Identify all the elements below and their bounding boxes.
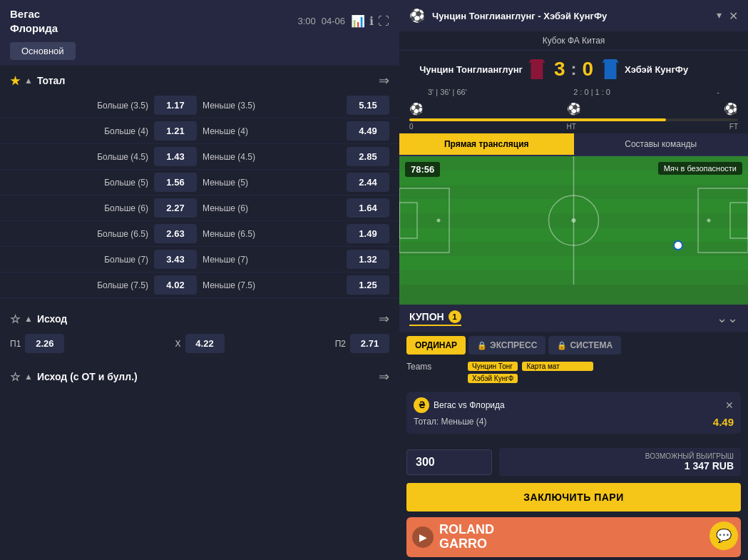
right-panel: ⚽ Чунцин Тонглианглунг - Хэбэй КунгФу ▾ … <box>399 0 748 560</box>
outcome-p2-label: П2 <box>335 339 346 349</box>
outcome-label: Исход <box>37 313 67 325</box>
left-odds-5[interactable]: 2.27 <box>154 198 197 218</box>
outcome-action-icon[interactable]: ⇒ <box>379 311 389 327</box>
match-time: 3:00 <box>297 16 315 26</box>
section-outcome-ot-header: ☆ ▲ Исход (с ОТ и булл.) ⇒ <box>0 362 399 389</box>
info-icon[interactable]: ℹ <box>369 14 374 28</box>
expand-outcome-icon[interactable]: ▲ <box>24 314 33 324</box>
coupon-title[interactable]: КУПОН 1 <box>409 310 461 326</box>
right-label-4: Меньше (5) <box>197 178 347 188</box>
team1-chip: Чунцин Тонг <box>468 362 518 371</box>
teams-header-label: Teams <box>406 362 463 385</box>
right-odds-6[interactable]: 1.49 <box>347 224 389 243</box>
odds-row-6: Больше (6.5) 2.63 Меньше (6.5) 1.49 <box>0 221 399 247</box>
outcome-p2-btn[interactable]: 2.71 <box>350 334 389 353</box>
star-icon-outcome[interactable]: ☆ <box>10 312 20 326</box>
progress-icons: ⚽ ⚽ ⚽ <box>409 102 738 116</box>
outcome-x-btn[interactable]: 4.22 <box>185 334 225 353</box>
left-label-3: Больше (4.5) <box>10 152 154 162</box>
team2-area: Хэбэй КунгФу <box>602 59 738 79</box>
play-icon[interactable]: ▶ <box>412 526 434 548</box>
total-action-icon[interactable]: ⇒ <box>379 73 389 88</box>
possible-win-box: ВОЗМОЖНЫЙ ВЫИГРЫШ 1 347 RUB <box>499 448 741 476</box>
left-odds-7[interactable]: 3.43 <box>154 250 197 269</box>
expand-total-icon[interactable]: ▲ <box>24 76 33 86</box>
nav-lineup-btn[interactable]: Составы команды <box>574 133 749 155</box>
left-label-4: Больше (5) <box>10 178 154 188</box>
right-odds-5[interactable]: 1.64 <box>347 198 389 218</box>
tab-main[interactable]: Основной <box>10 42 76 60</box>
score-display: 3 : 0 <box>554 58 593 81</box>
nav-tabs: Основной <box>0 42 399 66</box>
coupon-badge: 1 <box>449 310 461 323</box>
left-label-7: Больше (7) <box>10 255 154 265</box>
roland-text: ROLAND GARRO <box>439 523 494 551</box>
right-odds-8[interactable]: 1.25 <box>347 275 389 295</box>
team2-shirt <box>602 59 619 79</box>
match-time-bar: 3' | 36' | 66' 2 : 0 | 1 : 0 - <box>399 85 748 99</box>
nav-live-btn[interactable]: Прямая трансляция <box>399 133 574 155</box>
bet-item-1: ₴ Вегас vs Флорида ✕ Тотал: Меньше (4) 4… <box>406 392 741 434</box>
right-match-name: Чунцин Тонглианглунг - Хэбэй КунгФу <box>432 11 607 21</box>
star-icon-outcome-ot[interactable]: ☆ <box>10 370 20 384</box>
bet-item-header: ₴ Вегас vs Флорида ✕ <box>414 397 734 413</box>
stats-icon[interactable]: 📊 <box>351 14 365 28</box>
chevron-down-icon[interactable]: ▾ <box>717 9 722 23</box>
ball-status-text: Мяч в безопасности <box>664 164 737 173</box>
left-odds-6[interactable]: 2.63 <box>154 224 197 243</box>
top-bar-controls: ▾ ✕ <box>717 9 738 23</box>
progress-labels: 0 НТ FT <box>409 123 738 131</box>
fullscreen-icon[interactable]: ⛶ <box>378 15 389 28</box>
odds-rows: Больше (3.5) 1.17 Меньше (3.5) 5.15 Боль… <box>0 93 399 298</box>
outcome-ot-action-icon[interactable]: ⇒ <box>379 369 389 385</box>
right-odds-7[interactable]: 1.32 <box>347 250 389 269</box>
left-odds-2[interactable]: 1.21 <box>154 121 197 141</box>
coupon-bar: КУПОН 1 ⌄⌄ <box>399 305 748 332</box>
bet-tab-system[interactable]: 🔒 СИСТЕМА <box>548 336 621 355</box>
left-odds-4[interactable]: 1.56 <box>154 173 197 192</box>
left-odds-3[interactable]: 1.43 <box>154 147 197 166</box>
coin-icon: ₴ <box>414 397 429 413</box>
outcome-p1-btn[interactable]: 2.26 <box>25 334 64 353</box>
teams-section: Teams Чунцин Тонг Хэбэй КунгФ Карта мат <box>399 359 748 386</box>
confirm-bet-button[interactable]: ЗАКЛЮЧИТЬ ПАРИ <box>406 483 741 511</box>
left-odds-1[interactable]: 1.17 <box>154 96 197 115</box>
team-chips: Чунцин Тонг Хэбэй КунгФ <box>468 362 518 385</box>
coupon-expand-icon[interactable]: ⌄⌄ <box>717 310 738 326</box>
left-panel: Вегас Флорида 3:00 04-06 📊 ℹ ⛶ Основной … <box>0 0 399 560</box>
right-odds-4[interactable]: 2.44 <box>347 173 389 192</box>
right-odds-1[interactable]: 5.15 <box>347 96 389 115</box>
score1: 3 <box>554 58 565 81</box>
star-icon[interactable]: ★ <box>10 74 20 88</box>
odds-row-2: Больше (4) 1.21 Меньше (4) 4.49 <box>0 118 399 144</box>
team2-name: Хэбэй КунгФу <box>625 64 738 75</box>
bet-selection-text: Тотал: Меньше (4) <box>414 417 487 427</box>
close-match-icon[interactable]: ✕ <box>729 9 738 23</box>
right-odds-3[interactable]: 2.85 <box>347 147 389 166</box>
left-odds-8[interactable]: 4.02 <box>154 275 197 295</box>
bet-odds-value: 4.49 <box>713 416 734 428</box>
field-svg <box>399 156 748 285</box>
right-odds-2[interactable]: 4.49 <box>347 121 389 141</box>
match-nav: Прямая трансляция Составы команды <box>399 133 748 156</box>
match-date: 04-06 <box>322 16 345 26</box>
wager-input[interactable] <box>406 449 492 475</box>
competition-bar: Кубок ФА Китая <box>399 31 748 51</box>
football-icon: ⚽ <box>409 8 425 24</box>
expand-outcome-ot-icon[interactable]: ▲ <box>24 372 33 382</box>
possible-win-label: ВОЗМОЖНЫЙ ВЫИГРЫШ <box>506 452 734 460</box>
progress-ball-icon3: ⚽ <box>724 102 738 116</box>
match-top-left: ⚽ Чунцин Тонглианглунг - Хэбэй КунгФу <box>409 8 607 24</box>
section-outcome-header: ☆ ▲ Исход ⇒ <box>0 304 399 331</box>
lock-express-icon: 🔒 <box>477 341 487 350</box>
bet-tab-express[interactable]: 🔒 ЭКСПРЕСС <box>468 336 545 355</box>
right-label-2: Меньше (4) <box>197 126 347 136</box>
chat-fab-button[interactable]: 💬 <box>709 521 738 550</box>
time-overlay: 78:56 <box>405 162 440 177</box>
bet-item-teams: ₴ Вегас vs Флорида <box>414 397 505 413</box>
left-label-6: Больше (6.5) <box>10 229 154 239</box>
bet-close-icon[interactable]: ✕ <box>725 399 734 411</box>
bet-tab-single[interactable]: ОРДИНАР <box>406 336 466 355</box>
progress-ball-icon2: ⚽ <box>567 102 581 116</box>
right-label-5: Меньше (6) <box>197 203 347 213</box>
